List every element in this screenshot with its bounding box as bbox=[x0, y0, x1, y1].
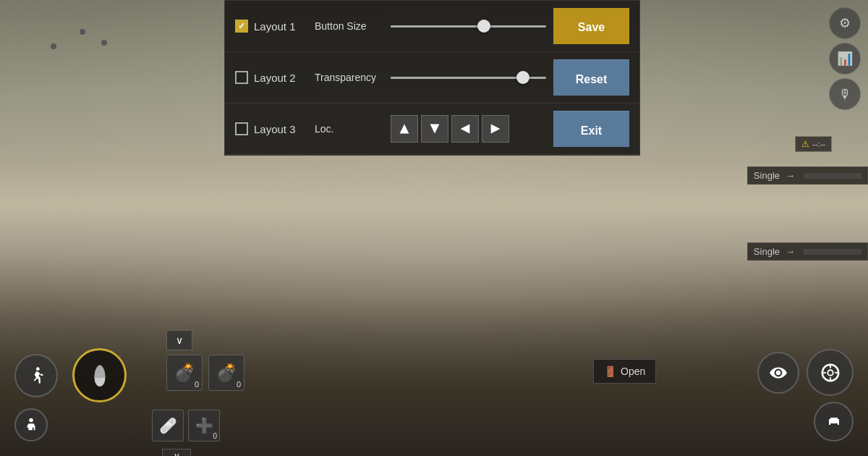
button-size-label: Button Size bbox=[315, 20, 383, 32]
svg-rect-13 bbox=[832, 421, 836, 423]
grenade-item-1[interactable]: 💣 0 bbox=[166, 355, 203, 391]
settings-panel: Layout 1 Button Size Save Layout 2 Trans… bbox=[224, 0, 640, 156]
grenades-area: ∨ 💣 0 💣 0 bbox=[166, 330, 244, 391]
arrow-up-button[interactable] bbox=[391, 115, 418, 143]
arrow-group bbox=[391, 115, 509, 143]
bottom-right-top-row bbox=[757, 349, 854, 396]
transparency-label: Transparency bbox=[315, 72, 383, 83]
right-icons-panel: ⚙ 📊 🎙 bbox=[825, 4, 864, 114]
weapon1-arrow: → bbox=[786, 170, 795, 181]
paraglider-1 bbox=[51, 43, 56, 49]
button-size-thumb[interactable] bbox=[477, 20, 490, 33]
run-button[interactable] bbox=[14, 354, 58, 397]
weapon1-bar bbox=[804, 173, 861, 179]
ground bbox=[0, 297, 868, 456]
ammo-warning: ⚠ --:-- bbox=[795, 136, 832, 152]
look-button[interactable] bbox=[757, 352, 799, 394]
layout2-label: Layout 2 bbox=[254, 72, 296, 84]
exit-button[interactable]: Exit bbox=[553, 111, 629, 147]
medkit2-count: 0 bbox=[213, 432, 217, 440]
layout3-label: Layout 3 bbox=[254, 123, 296, 135]
weapon2-arrow: → bbox=[786, 246, 795, 257]
svg-marker-0 bbox=[400, 124, 409, 134]
svg-marker-3 bbox=[491, 124, 501, 134]
weapon2-bar bbox=[804, 249, 861, 255]
svg-point-8 bbox=[827, 370, 833, 376]
layout1-wrap: Layout 1 bbox=[235, 20, 307, 33]
layout1-checkbox[interactable] bbox=[235, 20, 248, 33]
medkit-item-1[interactable]: 🩹 bbox=[152, 410, 184, 442]
panel-row-3: Layout 3 Loc. Exit bbox=[225, 104, 639, 155]
hud-row-2 bbox=[14, 408, 127, 442]
arrow-right-button[interactable] bbox=[482, 115, 509, 143]
ammo-button[interactable] bbox=[72, 348, 127, 402]
loc-section: Loc. bbox=[315, 115, 546, 143]
run-icon bbox=[26, 366, 46, 386]
character-button[interactable] bbox=[14, 408, 48, 442]
weapon-panel-2[interactable]: Single → bbox=[747, 242, 868, 261]
door-icon: 🚪 bbox=[604, 366, 616, 377]
bullet-icon bbox=[87, 363, 113, 389]
transparency-track[interactable] bbox=[391, 77, 546, 79]
svg-point-4 bbox=[36, 367, 40, 371]
paraglider-3 bbox=[101, 40, 107, 46]
settings-icon[interactable]: ⚙ bbox=[829, 7, 861, 39]
svg-marker-2 bbox=[461, 124, 470, 134]
crosshair-icon bbox=[820, 362, 841, 384]
button-size-track[interactable] bbox=[391, 25, 546, 28]
shoot-button[interactable] bbox=[814, 402, 854, 442]
bottom-right-hud bbox=[757, 349, 854, 442]
layout2-checkbox[interactable] bbox=[235, 71, 248, 84]
aim-button[interactable] bbox=[807, 349, 854, 396]
transparency-thumb[interactable] bbox=[516, 71, 529, 84]
grenade-items: 💣 0 💣 0 bbox=[166, 355, 244, 391]
reset-button[interactable]: Reset bbox=[553, 59, 629, 96]
grenade-item-2[interactable]: 💣 0 bbox=[208, 355, 244, 391]
layout1-label: Layout 1 bbox=[254, 20, 296, 33]
open-door-label: Open bbox=[621, 366, 645, 377]
loc-label: Loc. bbox=[315, 123, 383, 135]
mic-icon[interactable]: 🎙 bbox=[829, 78, 861, 110]
save-button[interactable]: Save bbox=[553, 8, 629, 44]
panel-row-1: Layout 1 Button Size Save bbox=[225, 1, 639, 52]
button-size-section: Button Size bbox=[315, 20, 546, 32]
arrow-left-button[interactable] bbox=[451, 115, 479, 143]
grenade-expand-button[interactable]: ∨ bbox=[166, 330, 192, 350]
eye-icon bbox=[769, 363, 788, 382]
svg-marker-1 bbox=[430, 124, 440, 134]
shoot-icon bbox=[825, 413, 843, 431]
layout2-wrap: Layout 2 bbox=[235, 71, 307, 84]
hud-row-1 bbox=[14, 348, 127, 402]
bottom-hud bbox=[14, 348, 127, 442]
medkit-area: 🩹 ➕ 0 ∨ bbox=[152, 410, 220, 442]
ammo-timer: --:-- bbox=[812, 140, 825, 148]
layout3-checkbox[interactable] bbox=[235, 122, 248, 135]
warning-icon: ⚠ bbox=[801, 139, 809, 149]
layout3-wrap: Layout 3 bbox=[235, 122, 307, 135]
transparency-section: Transparency bbox=[315, 72, 546, 83]
open-door-button[interactable]: 🚪 Open bbox=[593, 359, 656, 384]
joystick-down-indicator: ∨ bbox=[162, 449, 191, 456]
medkit-item-2[interactable]: ➕ 0 bbox=[188, 410, 220, 442]
grenade2-count: 0 bbox=[237, 380, 241, 389]
arrow-down-button[interactable] bbox=[421, 115, 448, 143]
grenade1-count: 0 bbox=[195, 380, 199, 389]
weapon2-label: Single bbox=[754, 246, 780, 257]
stats-icon[interactable]: 📊 bbox=[829, 43, 861, 75]
panel-row-2: Layout 2 Transparency Reset bbox=[225, 52, 639, 104]
weapon1-label: Single bbox=[754, 170, 780, 181]
character-icon bbox=[23, 417, 39, 433]
weapon-panel-1[interactable]: Single → bbox=[747, 166, 868, 185]
paraglider-2 bbox=[80, 29, 85, 35]
svg-point-6 bbox=[29, 418, 33, 423]
